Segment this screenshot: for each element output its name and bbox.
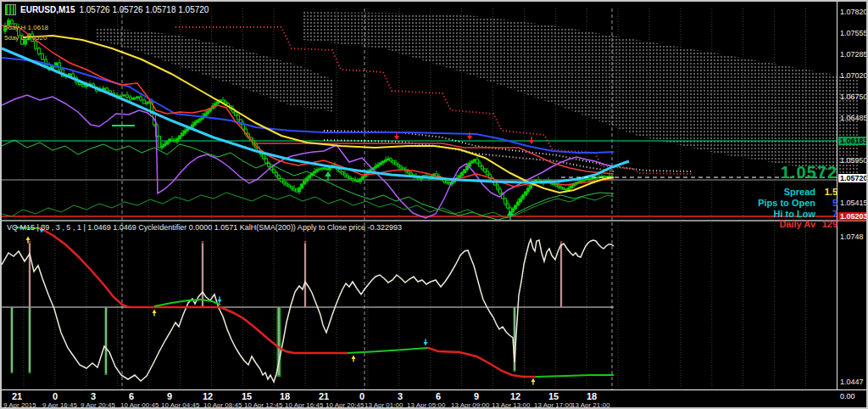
price-tick-label: 1.07555 — [840, 29, 866, 37]
panel-separator[interactable] — [2, 220, 866, 221]
time-date-label: 10 Apr 08:45 — [203, 401, 242, 407]
info-row: Daily Av129 — [779, 219, 837, 229]
time-date-label: 13 Apr 01:00 — [364, 401, 403, 407]
time-hour-label: 0 — [53, 391, 58, 401]
time-date-label: 13 Apr 09:00 — [451, 401, 489, 407]
info-row-label: Spread — [784, 187, 815, 197]
up-signal-arrow-icon — [531, 378, 536, 385]
kalman-signal-line — [348, 348, 428, 353]
sell-signal-arrow-icon — [529, 137, 534, 144]
info-row-label: Hi to Low — [774, 209, 816, 219]
time-date-label: 13 Apr 05:00 — [407, 401, 445, 407]
down-signal-arrow-icon — [424, 339, 428, 346]
time-date-label: 13 Apr 13:00 — [492, 401, 530, 407]
price-tick-label: 1.07820 — [840, 8, 866, 16]
time-hour-label: 3 — [398, 391, 403, 401]
price-highlight-label: 1.06183 — [838, 137, 866, 145]
price-highlight-label: 1.05203 — [838, 212, 866, 221]
chart-icon — [5, 4, 16, 15]
info-row: Spread1.5 — [784, 187, 837, 197]
time-hour-label: 15 — [242, 391, 252, 401]
time-hour-label: 12 — [203, 391, 213, 401]
time-date-label: 10 Apr 16:45 — [285, 401, 323, 407]
indicator-header-label: VQ M15 | 39 , 3 , 5 , 1 | 1.0469 1.0469 … — [7, 223, 402, 232]
kalman-signal-line — [536, 375, 614, 377]
up-signal-arrow-icon — [352, 356, 356, 362]
down-signal-arrow-icon — [218, 297, 222, 304]
zero-scale-label: 0.00 — [840, 392, 855, 401]
price-tick-label: 1.0748 — [840, 233, 864, 241]
chart-screen: EURUSD,M15 1.05726 1.05726 1.05718 1.057… — [2, 2, 866, 407]
price-tick-label: 1.05950 — [840, 156, 866, 165]
time-date-label: 13 Apr 17:00 — [534, 401, 572, 407]
time-date-label: 10 Apr 12:45 — [244, 401, 282, 407]
sell-signal-arrow-icon — [394, 132, 399, 140]
price-tick-label: 1.07020 — [840, 71, 866, 80]
info-row-value: 7 — [815, 209, 837, 219]
kalman-signal-line — [220, 307, 348, 353]
time-date-label: 9 Apr 20:45 — [81, 401, 115, 407]
ichimoku-cloud — [303, 12, 860, 176]
main-price-chart[interactable] — [2, 2, 866, 221]
ohlc-values: 1.05726 1.05726 1.05718 1.05720 — [79, 5, 209, 14]
time-hour-label: 3 — [91, 391, 96, 401]
red-level-ma — [256, 143, 614, 174]
time-hour-label: 0 — [359, 391, 364, 401]
time-hour-label: 18 — [587, 391, 597, 401]
time-axis[interactable]: 2103691215182103691215189 Apr 20159 Apr … — [2, 389, 866, 407]
info-row-label: Daily Av — [779, 219, 815, 229]
time-date-label: 10 Apr 20:45 — [326, 401, 364, 407]
time-date-label: 10 Apr 00:45 — [120, 401, 159, 407]
vq-indicator-chart[interactable] — [2, 221, 866, 390]
mt4-window: EURUSD,M15 1.05726 1.05726 1.05718 1.057… — [0, 0, 868, 409]
price-tick-label: 1.07285 — [840, 50, 866, 59]
time-hour-label: 21 — [319, 391, 329, 401]
time-hour-label: 6 — [129, 391, 134, 401]
info-row-value: 1.5 — [815, 187, 837, 197]
time-hour-label: 9 — [474, 391, 479, 401]
time-date-label: 9 Apr 16:45 — [42, 401, 77, 407]
info-row: Pips to Open5 — [758, 198, 837, 208]
time-date-label: 10 Apr 04:45 — [161, 401, 199, 407]
price-tick-label: 1.0447 — [840, 378, 864, 386]
time-hour-label: 6 — [436, 391, 441, 401]
time-date-label: 13 Apr 21:00 — [571, 401, 609, 407]
time-hour-label: 21 — [12, 391, 22, 401]
kalman-signal-line — [428, 348, 536, 377]
price-highlight-label: 1.05720 — [838, 174, 866, 182]
price-tick-label: 1.06485 — [840, 114, 866, 122]
price-tick-label: 1.06750 — [840, 92, 866, 101]
five-day-low-label: 5day L 1.0520 — [4, 34, 47, 42]
kalman-signal-line — [40, 228, 220, 307]
info-row-label: Pips to Open — [758, 198, 815, 208]
price-tick-label: 1.05415 — [840, 199, 866, 207]
time-hour-label: 9 — [167, 391, 172, 401]
time-hour-label: 12 — [510, 391, 520, 401]
symbol-timeframe-label: EURUSD,M15 — [20, 5, 75, 14]
time-hour-label: 15 — [548, 391, 559, 401]
chart-title-bar: EURUSD,M15 1.05726 1.05726 1.05718 1.057… — [5, 4, 209, 15]
current-price-display: 1.0572 — [781, 163, 837, 182]
info-row-value: 129 — [815, 219, 837, 229]
time-date-label: 9 Apr 2015 — [3, 401, 36, 407]
info-row: Hi to Low7 — [774, 209, 838, 219]
up-signal-arrow-icon — [153, 310, 157, 317]
five-day-high-label: 5day H 1.0618 — [4, 24, 48, 31]
time-hour-label: 18 — [280, 391, 290, 401]
info-row-value: 5 — [815, 198, 837, 208]
buy-signal-arrow-icon — [325, 171, 331, 181]
cycle-identifier-line — [2, 239, 614, 382]
